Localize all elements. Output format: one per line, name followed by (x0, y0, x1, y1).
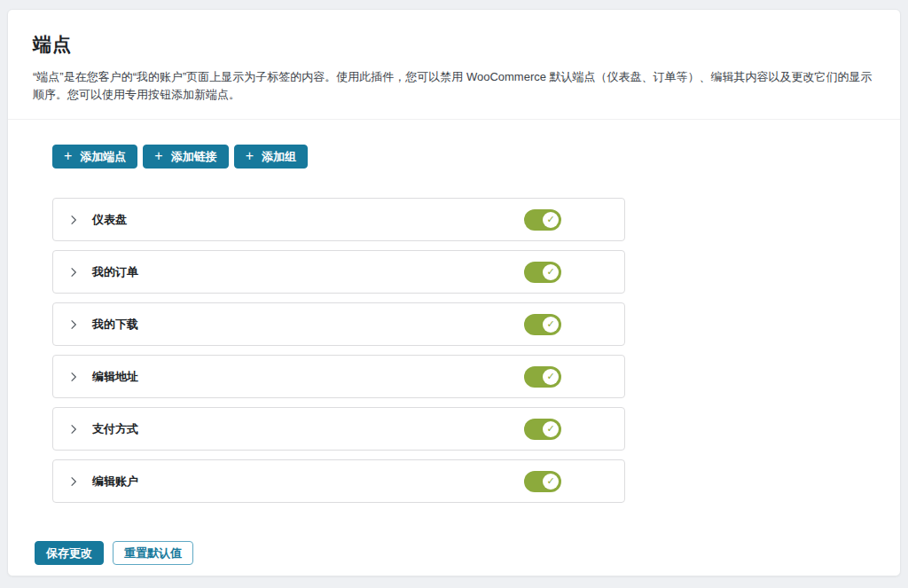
endpoint-row-edit-account[interactable]: 编辑账户 ✓ (52, 459, 625, 503)
page-description: “端点”是在您客户的“我的账户”页面上显示为子标签的内容。使用此插件，您可以禁用… (33, 68, 875, 104)
save-changes-button[interactable]: 保存更改 (35, 541, 104, 565)
endpoint-label: 我的订单 (92, 264, 138, 280)
check-icon: ✓ (543, 369, 559, 385)
add-link-label: 添加链接 (171, 149, 217, 165)
chevron-right-icon[interactable] (67, 318, 80, 331)
add-endpoint-button[interactable]: + 添加端点 (52, 145, 137, 169)
chevron-right-icon[interactable] (67, 214, 80, 226)
card-header: 端点 “端点”是在您客户的“我的账户”页面上显示为子标签的内容。使用此插件，您可… (8, 10, 900, 119)
endpoint-toggle[interactable]: ✓ (524, 314, 561, 335)
chevron-right-icon[interactable] (67, 475, 80, 488)
check-icon: ✓ (543, 264, 559, 280)
reset-defaults-button[interactable]: 重置默认值 (113, 541, 193, 565)
add-group-button[interactable]: + 添加组 (234, 145, 308, 169)
endpoint-row-downloads[interactable]: 我的下载 ✓ (52, 302, 625, 346)
endpoint-toggle[interactable]: ✓ (524, 262, 561, 283)
settings-card: 端点 “端点”是在您客户的“我的账户”页面上显示为子标签的内容。使用此插件，您可… (7, 9, 901, 576)
endpoint-label: 编辑地址 (92, 369, 138, 385)
card-body: + 添加端点 + 添加链接 + 添加组 仪表盘 ✓ (8, 120, 900, 588)
endpoint-label: 仪表盘 (92, 212, 127, 228)
check-icon: ✓ (543, 317, 559, 333)
endpoint-row-payment-methods[interactable]: 支付方式 ✓ (52, 407, 625, 451)
footer-actions: 保存更改 重置默认值 (35, 541, 873, 565)
toolbar: + 添加端点 + 添加链接 + 添加组 (52, 145, 873, 169)
endpoint-toggle[interactable]: ✓ (524, 419, 561, 440)
check-icon: ✓ (543, 474, 559, 490)
endpoint-toggle[interactable]: ✓ (524, 366, 561, 388)
page-title: 端点 (33, 32, 875, 57)
add-link-button[interactable]: + 添加链接 (143, 145, 228, 169)
check-icon: ✓ (543, 421, 559, 437)
endpoint-list: 仪表盘 ✓ 我的订单 ✓ 我的下载 ✓ (52, 198, 625, 503)
endpoint-row-orders[interactable]: 我的订单 ✓ (52, 250, 625, 294)
chevron-right-icon[interactable] (67, 371, 80, 383)
plus-icon: + (64, 149, 72, 163)
endpoint-row-edit-address[interactable]: 编辑地址 ✓ (52, 355, 625, 398)
add-endpoint-label: 添加端点 (80, 149, 126, 165)
chevron-right-icon[interactable] (67, 266, 80, 278)
check-icon: ✓ (543, 212, 559, 228)
plus-icon: + (246, 149, 254, 163)
endpoint-toggle[interactable]: ✓ (524, 471, 561, 492)
endpoint-toggle[interactable]: ✓ (524, 209, 561, 231)
endpoint-label: 我的下载 (92, 317, 138, 333)
add-group-label: 添加组 (262, 149, 296, 165)
endpoint-row-dashboard[interactable]: 仪表盘 ✓ (52, 198, 625, 241)
chevron-right-icon[interactable] (67, 423, 80, 435)
plus-icon: + (154, 149, 162, 163)
endpoint-label: 支付方式 (92, 421, 138, 437)
endpoint-label: 编辑账户 (92, 474, 138, 490)
